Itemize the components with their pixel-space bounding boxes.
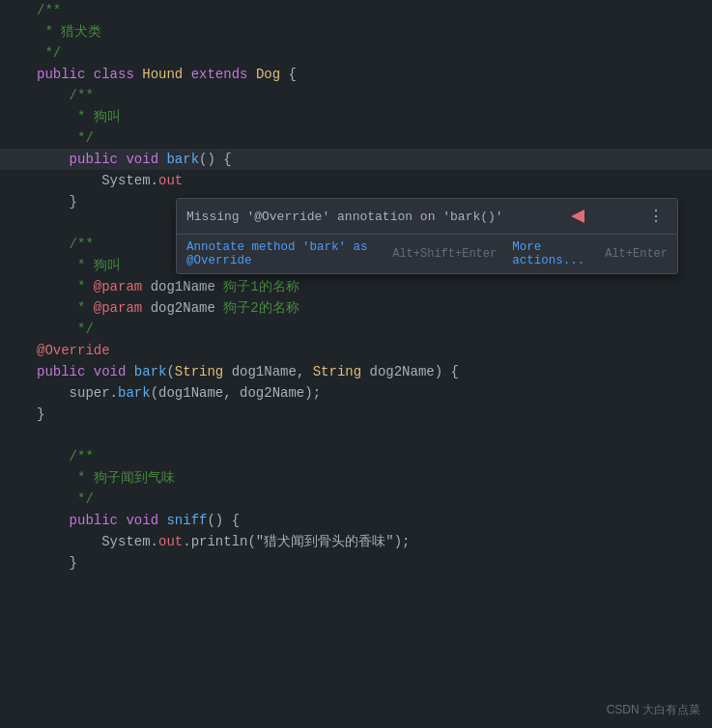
code-line-24: */	[0, 489, 712, 510]
line-content-1: /**	[29, 3, 712, 18]
code-line-27: }	[0, 552, 712, 574]
line-content-17: @Override	[29, 343, 712, 358]
annotate-shortcut: Alt+Shift+Enter	[392, 247, 497, 261]
code-line-25: public void sniff() {	[0, 510, 712, 531]
red-arrow-icon	[571, 210, 584, 223]
inspection-popup: Missing '@Override' annotation on 'bark(…	[176, 198, 678, 274]
more-actions-shortcut: Alt+Enter	[605, 247, 668, 261]
popup-kebab-menu[interactable]: ⋮	[644, 205, 668, 228]
line-content-9: System.out	[29, 173, 712, 188]
more-actions-link[interactable]: More actions...	[512, 240, 597, 267]
code-line-7: */	[0, 127, 712, 149]
annotate-action-link[interactable]: Annotate method 'bark' as @Override	[186, 240, 384, 267]
line-content-22: /**	[29, 449, 712, 464]
line-content-14: * @param dog1Name 狗子1的名称	[29, 278, 712, 295]
code-line-19: super.bark(dog1Name, dog2Name);	[0, 382, 712, 404]
code-line-26: System.out.println("猎犬闻到骨头的香味");	[0, 531, 712, 552]
code-editor: /** * 猎犬类 */ public class Hound extends …	[0, 0, 712, 728]
code-line-6: * 狗叫	[0, 106, 712, 127]
code-line-22: /**	[0, 446, 712, 467]
line-content-26: System.out.println("猎犬闻到骨头的香味");	[29, 533, 712, 550]
code-line-1: /**	[0, 0, 712, 21]
code-line-14: * @param dog1Name 狗子1的名称	[0, 276, 712, 297]
code-line-15: * @param dog2Name 狗子2的名称	[0, 297, 712, 319]
line-content-19: super.bark(dog1Name, dog2Name);	[29, 385, 712, 401]
code-line-2: * 猎犬类	[0, 21, 712, 42]
popup-header: Missing '@Override' annotation on 'bark(…	[177, 199, 677, 235]
line-content-18: public void bark(String dog1Name, String…	[29, 364, 712, 379]
line-content-2: * 猎犬类	[29, 23, 712, 41]
code-line-21	[0, 425, 712, 446]
popup-title-text: Missing '@Override' annotation on 'bark(…	[186, 210, 503, 224]
line-content-8: public void bark() {	[29, 152, 712, 167]
line-content-15: * @param dog2Name 狗子2的名称	[29, 299, 712, 317]
code-line-5: /**	[0, 85, 712, 106]
line-content-3: */	[29, 45, 712, 61]
line-content-24: */	[29, 491, 712, 507]
popup-arrow-indicator	[571, 210, 584, 223]
line-content-23: * 狗子闻到气味	[29, 469, 712, 487]
code-line-23: * 狗子闻到气味	[0, 467, 712, 489]
line-content-5: /**	[29, 88, 712, 103]
line-content-4: public class Hound extends Dog {	[29, 67, 712, 82]
code-line-20: }	[0, 404, 712, 425]
line-content-20: }	[29, 406, 712, 422]
code-line-8: public void bark() {	[0, 149, 712, 170]
code-line-17: @Override	[0, 340, 712, 361]
code-line-16: */	[0, 319, 712, 340]
line-content-6: * 狗叫	[29, 108, 712, 126]
code-line-3: */	[0, 42, 712, 64]
line-content-25: public void sniff() {	[29, 513, 712, 528]
code-line-9: System.out	[0, 170, 712, 191]
code-line-4: public class Hound extends Dog {	[0, 64, 712, 85]
line-content-16: */	[29, 322, 712, 337]
popup-action-row: Annotate method 'bark' as @Override Alt+…	[177, 235, 677, 273]
line-content-27: }	[29, 555, 712, 571]
code-line-18: public void bark(String dog1Name, String…	[0, 361, 712, 382]
watermark: CSDN 大白有点菜	[607, 702, 700, 718]
line-content-7: */	[29, 130, 712, 146]
